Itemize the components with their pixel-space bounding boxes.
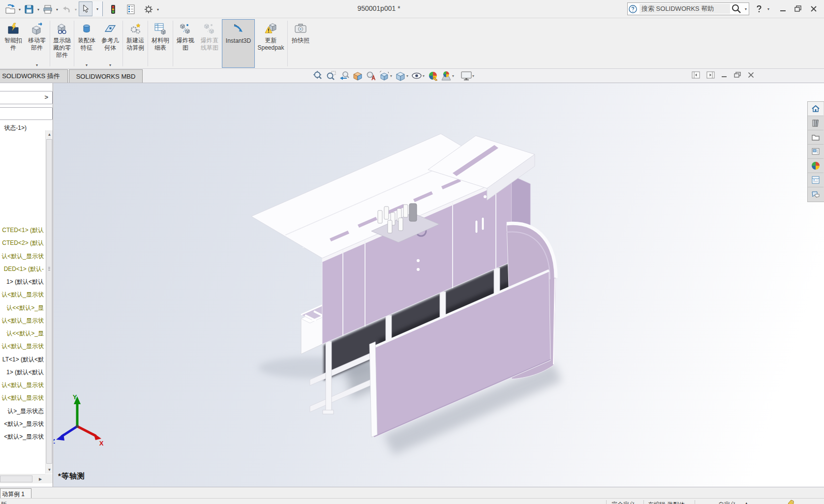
rebuild-traffic-light-icon[interactable] (107, 3, 120, 16)
exploded-view-button[interactable]: 爆炸视 图 (174, 19, 197, 68)
chevron-down-icon[interactable]: ▾ (390, 74, 392, 78)
tree-item[interactable]: 认<默认_显示状 (1, 317, 44, 325)
chevron-down-icon[interactable]: ▾ (472, 74, 474, 78)
restore-icon[interactable] (793, 5, 802, 13)
scrollbar-thumb[interactable] (46, 139, 52, 464)
new-motion-study-button[interactable]: 新建运 动算例 (123, 19, 147, 68)
chevron-down-icon: ▾ (36, 63, 38, 67)
view-orientation-icon[interactable] (377, 70, 391, 82)
tree-root-item[interactable]: 状态-1>) (4, 124, 27, 132)
tab-solidworks-mbd[interactable]: SOLIDWORKS MBD (69, 69, 143, 83)
edit-appearance-icon[interactable] (426, 70, 439, 82)
tree-item[interactable]: 1> (默认<默认 (6, 278, 44, 286)
tree-vertical-scrollbar[interactable]: ▲ ▼ (45, 130, 53, 474)
chevron-down-icon[interactable]: ▾ (452, 74, 454, 78)
bill-of-materials-button[interactable]: 材料明 细表 (149, 19, 172, 68)
minimize-icon[interactable] (778, 5, 787, 13)
search-input[interactable]: 搜索 SOLIDWORKS 帮助 (640, 4, 730, 14)
forum-icon[interactable] (808, 187, 824, 202)
split-pane-left-icon[interactable] (692, 71, 700, 80)
appearances-scenes-icon[interactable] (808, 159, 824, 173)
tree-item[interactable]: CTED<1> (默认 (2, 226, 44, 234)
show-hidden-components-button[interactable]: 显示隐 藏的零 部件 (51, 19, 73, 68)
tree-item[interactable]: 认>_显示状态 (7, 407, 44, 415)
move-component-button[interactable]: 移动零 部件 ▾ (25, 19, 49, 68)
open-icon[interactable] (4, 3, 17, 16)
view-settings-icon[interactable] (459, 70, 473, 82)
feature-manager-header[interactable]: > (0, 91, 53, 104)
scroll-right-icon[interactable]: ▶ (36, 475, 44, 483)
update-speedpak-button[interactable]: 更新 Speedpak (255, 19, 287, 68)
tree-horizontal-scrollbar[interactable]: ▶ (0, 474, 45, 483)
zoom-to-area-icon[interactable] (324, 70, 337, 82)
chevron-down-icon[interactable]: ▾ (37, 7, 39, 12)
tree-item[interactable]: 认<默认_显示状 (1, 381, 44, 389)
chevron-down-icon[interactable]: ▾ (423, 74, 425, 78)
explode-line-sketch-icon (203, 22, 216, 35)
restore-icon[interactable] (734, 72, 741, 80)
snapshot-button[interactable]: 拍快照 (288, 19, 313, 68)
close-icon[interactable] (748, 72, 754, 80)
tab-solidworks-addins[interactable]: SOLIDWORKS 插件 (0, 69, 68, 83)
tree-item[interactable]: DED<1> (默认- (4, 265, 44, 273)
display-style-icon[interactable] (394, 70, 407, 82)
reference-geometry-button[interactable]: 参考几 何体 ▾ (98, 19, 122, 68)
chevron-down-icon[interactable]: ▾ (56, 7, 58, 12)
zoom-fit-icon[interactable] (311, 70, 324, 82)
search-box[interactable]: 搜索 SOLIDWORKS 帮助 ▾ (627, 2, 749, 15)
file-explorer-icon[interactable] (808, 130, 824, 145)
tree-item[interactable]: 认<默认_显示状 (1, 394, 44, 402)
tree-item[interactable]: 认<默认_显示状 (1, 291, 44, 298)
split-pane-right-icon[interactable] (706, 71, 715, 80)
tree-item[interactable]: LT<1> (默认<默 (2, 356, 44, 363)
help-icon[interactable] (755, 5, 763, 13)
title-bar: ▾ ▾ ▾ ▾ ▾ ▾ 950001p001 * 搜索 SOLIDWORKS 帮… (0, 0, 824, 18)
chevron-up-icon[interactable]: ▴ (745, 501, 748, 504)
assembly-features-button[interactable]: 装配体 特征 ▾ (75, 19, 98, 68)
select-tool[interactable]: ▾ (79, 1, 103, 16)
tree-item[interactable]: <默认>_显示状 (4, 420, 44, 428)
dynamic-annotation-icon[interactable] (364, 70, 377, 82)
custom-properties-icon[interactable] (808, 173, 824, 187)
status-custom-dropdown[interactable]: 自定义 (718, 501, 736, 504)
view-palette-icon[interactable] (808, 145, 824, 159)
scrollbar-thumb[interactable] (0, 475, 32, 482)
chevron-down-icon[interactable]: ▾ (406, 74, 408, 78)
tree-item[interactable]: CTED<2> (默认 (2, 239, 44, 247)
section-view-icon[interactable] (351, 70, 364, 82)
instant3d-button[interactable]: Instant3D (222, 19, 255, 68)
design-library-icon[interactable] (808, 116, 824, 130)
scroll-up-icon[interactable]: ▲ (46, 130, 53, 138)
chevron-down-icon[interactable]: ▾ (745, 7, 747, 11)
apply-scene-icon[interactable] (439, 70, 453, 82)
task-list-icon[interactable] (124, 3, 137, 16)
tree-item[interactable]: 1> (默认<默认 (6, 368, 44, 376)
close-icon[interactable] (809, 5, 818, 13)
chevron-down-icon[interactable]: ▾ (19, 7, 21, 12)
options-gear-icon[interactable] (142, 3, 155, 16)
tree-item[interactable]: 认<<默认>_显 (6, 329, 44, 337)
tree-item[interactable]: 认<<默认>_显 (6, 304, 44, 312)
tree-item[interactable]: 认<默认_显示状 (1, 342, 44, 350)
save-icon[interactable] (23, 3, 35, 16)
expand-chevron-icon[interactable]: > (44, 93, 48, 101)
print-icon[interactable] (41, 3, 54, 16)
smart-fasteners-button[interactable]: 智能扣 件 (2, 19, 25, 68)
tree-item[interactable]: 认<默认_显示状 (1, 252, 44, 260)
motion-study-tab[interactable]: 动算例 1 (0, 488, 31, 499)
minimize-icon[interactable] (721, 72, 728, 80)
home-icon[interactable] (808, 102, 824, 116)
update-speedpak-icon (265, 22, 277, 35)
previous-view-icon[interactable] (337, 70, 351, 82)
chevron-down-icon[interactable]: ▾ (765, 5, 771, 13)
assembly-model-3d[interactable]: Y X Z (54, 83, 824, 487)
tag-icon[interactable] (787, 500, 794, 504)
chevron-down-icon[interactable]: ▾ (157, 7, 159, 12)
search-icon[interactable] (730, 2, 743, 15)
graphics-viewport[interactable]: Y X Z *等轴测 (54, 83, 824, 487)
hide-show-items-icon[interactable] (410, 70, 423, 82)
chevron-down-icon[interactable]: ▾ (92, 1, 102, 16)
feature-manager-filter[interactable] (0, 107, 53, 120)
tree-item[interactable]: <默认>_显示状 (4, 433, 44, 441)
scroll-down-icon[interactable]: ▼ (46, 466, 53, 474)
